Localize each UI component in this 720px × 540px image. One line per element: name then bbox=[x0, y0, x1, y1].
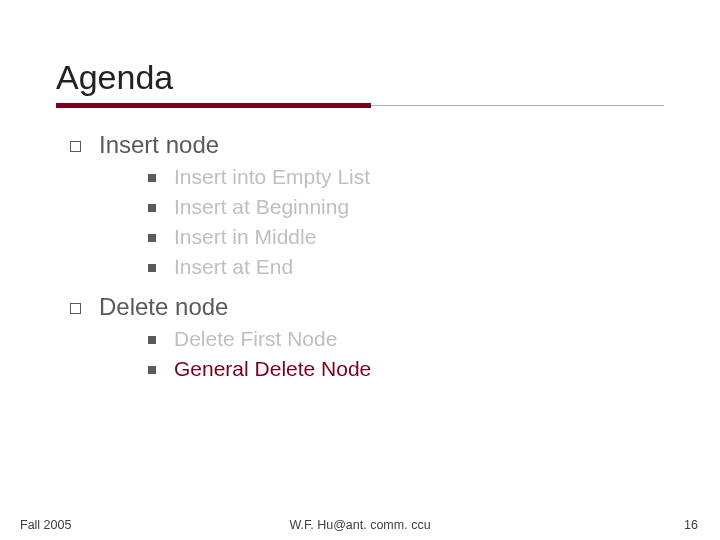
item-label: Insert at Beginning bbox=[174, 195, 349, 219]
list-item: Insert at End bbox=[148, 255, 664, 279]
list-item: Insert in Middle bbox=[148, 225, 664, 249]
slide: Agenda Insert node Insert into Empty Lis… bbox=[0, 0, 720, 540]
slide-title: Agenda bbox=[56, 58, 664, 97]
footer-center: W.F. Hu@ant. comm. ccu bbox=[0, 518, 720, 532]
square-fill-bullet-icon bbox=[148, 336, 156, 344]
item-label: Insert into Empty List bbox=[174, 165, 370, 189]
square-open-bullet-icon bbox=[70, 303, 81, 314]
section-items: Insert into Empty List Insert at Beginni… bbox=[148, 165, 664, 279]
square-fill-bullet-icon bbox=[148, 264, 156, 272]
rule-thick bbox=[56, 103, 371, 108]
square-fill-bullet-icon bbox=[148, 366, 156, 374]
list-item: Insert at Beginning bbox=[148, 195, 664, 219]
content: Insert node Insert into Empty List Inser… bbox=[56, 131, 664, 381]
section-label: Delete node bbox=[99, 293, 228, 321]
section-heading: Insert node bbox=[70, 131, 664, 159]
footer-page-number: 16 bbox=[684, 518, 698, 532]
item-label: General Delete Node bbox=[174, 357, 371, 381]
item-label: Insert at End bbox=[174, 255, 293, 279]
section-heading: Delete node bbox=[70, 293, 664, 321]
square-fill-bullet-icon bbox=[148, 174, 156, 182]
section-label: Insert node bbox=[99, 131, 219, 159]
list-item: Insert into Empty List bbox=[148, 165, 664, 189]
list-item-active: General Delete Node bbox=[148, 357, 664, 381]
square-fill-bullet-icon bbox=[148, 204, 156, 212]
item-label: Delete First Node bbox=[174, 327, 337, 351]
list-item: Delete First Node bbox=[148, 327, 664, 351]
square-fill-bullet-icon bbox=[148, 234, 156, 242]
title-rule bbox=[56, 103, 664, 113]
item-label: Insert in Middle bbox=[174, 225, 316, 249]
section-items: Delete First Node General Delete Node bbox=[148, 327, 664, 381]
square-open-bullet-icon bbox=[70, 141, 81, 152]
